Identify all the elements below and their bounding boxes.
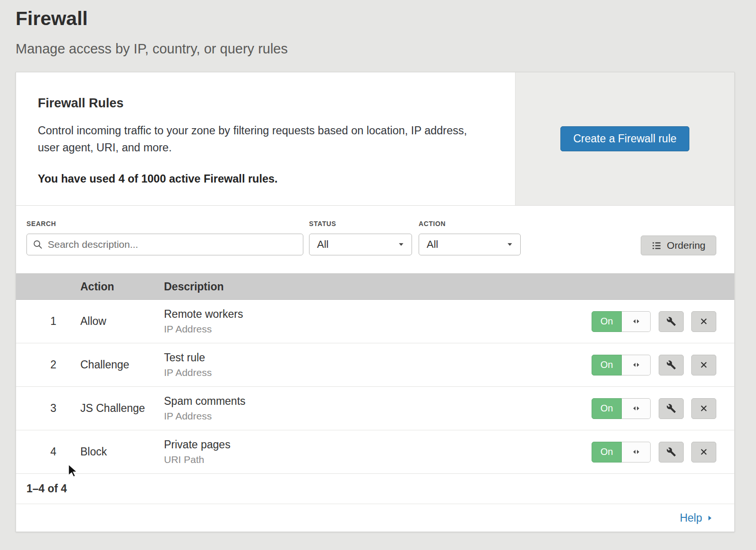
rule-enabled-toggle[interactable]: On (592, 398, 651, 419)
table-header: Action Description (16, 273, 734, 300)
firewall-rule-row: 3 JS Challenge Spam comments IP Address … (16, 387, 734, 430)
action-select-value: All (427, 238, 438, 251)
status-label: STATUS (309, 220, 412, 227)
pagination-range: 1–4 of 4 (26, 482, 67, 495)
rule-description: Test rule (164, 351, 592, 364)
firewall-page: Firewall Manage access by IP, country, o… (0, 0, 756, 532)
rule-description: Private pages (164, 438, 592, 451)
rule-match-field: IP Address (164, 367, 592, 378)
x-icon (699, 404, 708, 413)
wrench-icon (666, 403, 676, 413)
wrench-icon (666, 360, 676, 370)
edit-rule-button[interactable] (659, 398, 684, 419)
column-header-action: Action (80, 280, 164, 293)
toggle-on-segment[interactable]: On (592, 398, 622, 419)
left-right-arrows-icon (632, 317, 641, 326)
x-icon (699, 317, 708, 326)
search-input[interactable] (26, 234, 303, 255)
rule-match-field: IP Address (164, 410, 592, 422)
toggle-on-segment[interactable]: On (592, 442, 622, 463)
search-filter-group: SEARCH (26, 220, 303, 273)
rule-controls: On (592, 311, 716, 332)
section-title: Firewall Rules (38, 96, 487, 111)
toggle-arrows-segment[interactable] (622, 311, 651, 332)
firewall-rules-intro-text: Firewall Rules Control incoming traffic … (16, 72, 515, 205)
left-right-arrows-icon (632, 404, 641, 413)
toggle-arrows-segment[interactable] (622, 355, 651, 375)
toggle-on-segment[interactable]: On (592, 355, 622, 375)
action-filter-group: ACTION All (419, 220, 521, 273)
action-select[interactable]: All (419, 234, 521, 255)
rule-match-field: URI Path (164, 454, 592, 465)
delete-rule-button[interactable] (691, 442, 716, 463)
help-link-label: Help (680, 512, 702, 524)
rule-controls: On (592, 355, 716, 375)
delete-rule-button[interactable] (691, 355, 716, 375)
wrench-icon (666, 316, 676, 326)
section-description: Control incoming traffic to your zone by… (38, 122, 487, 157)
x-icon (699, 360, 708, 369)
rule-controls: On (592, 442, 716, 463)
filters-bar: SEARCH STATUS All (16, 206, 734, 273)
usage-summary: You have used 4 of 1000 active Firewall … (38, 173, 487, 185)
firewall-rule-row: 4 Block Private pages URI Path On (16, 430, 734, 474)
create-rule-panel: Create a Firewall rule (515, 72, 734, 205)
rule-priority: 3 (26, 402, 80, 415)
rule-action: Allow (80, 315, 164, 328)
rule-enabled-toggle[interactable]: On (592, 355, 651, 375)
search-label: SEARCH (26, 220, 303, 227)
toggle-arrows-segment[interactable] (622, 398, 651, 419)
rule-enabled-toggle[interactable]: On (592, 442, 651, 463)
status-select[interactable]: All (309, 234, 412, 255)
x-icon (699, 447, 708, 456)
ordering-button[interactable]: Ordering (641, 236, 716, 255)
edit-rule-button[interactable] (659, 442, 684, 463)
action-label: ACTION (419, 220, 521, 227)
rule-action: JS Challenge (80, 402, 164, 415)
chevron-down-icon (397, 241, 405, 248)
status-select-value: All (317, 238, 328, 251)
rule-enabled-toggle[interactable]: On (592, 311, 651, 332)
rule-description: Remote workers (164, 308, 592, 321)
pagination-bar: 1–4 of 4 (16, 474, 734, 504)
firewall-rules-card: Firewall Rules Control incoming traffic … (16, 72, 735, 532)
rule-match-field: IP Address (164, 323, 592, 335)
page-subtitle: Manage access by IP, country, or query r… (16, 41, 756, 57)
rule-priority: 2 (26, 358, 80, 371)
search-icon (33, 239, 43, 250)
delete-rule-button[interactable] (691, 398, 716, 419)
rule-description-cell: Remote workers IP Address (164, 308, 592, 335)
column-header-description: Description (164, 280, 716, 293)
firewall-rules-intro: Firewall Rules Control incoming traffic … (16, 72, 734, 206)
page-header: Firewall Manage access by IP, country, o… (0, 0, 756, 57)
delete-rule-button[interactable] (691, 311, 716, 332)
ordering-button-label: Ordering (667, 240, 705, 251)
rule-description-cell: Test rule IP Address (164, 351, 592, 378)
firewall-rule-row: 2 Challenge Test rule IP Address On (16, 343, 734, 387)
edit-rule-button[interactable] (659, 311, 684, 332)
rule-description: Spam comments (164, 395, 592, 408)
help-bar: Help (16, 504, 734, 532)
ordered-list-icon (652, 241, 662, 251)
help-link[interactable]: Help (680, 512, 713, 524)
toggle-on-segment[interactable]: On (592, 311, 622, 332)
rule-priority: 1 (26, 315, 80, 328)
left-right-arrows-icon (632, 360, 641, 369)
rule-action: Challenge (80, 358, 164, 371)
rule-action: Block (80, 445, 164, 458)
toggle-arrows-segment[interactable] (622, 442, 651, 463)
edit-rule-button[interactable] (659, 355, 684, 375)
right-triangle-icon (706, 515, 713, 522)
wrench-icon (666, 447, 676, 457)
create-firewall-rule-button[interactable]: Create a Firewall rule (560, 126, 689, 151)
rule-controls: On (592, 398, 716, 419)
firewall-rule-row: 1 Allow Remote workers IP Address On (16, 300, 734, 343)
rule-priority: 4 (26, 445, 80, 458)
rule-description-cell: Private pages URI Path (164, 438, 592, 465)
left-right-arrows-icon (632, 447, 641, 456)
chevron-down-icon (506, 241, 514, 248)
page-title: Firewall (16, 8, 756, 30)
rule-description-cell: Spam comments IP Address (164, 395, 592, 422)
status-filter-group: STATUS All (309, 220, 412, 273)
search-box (26, 234, 303, 255)
